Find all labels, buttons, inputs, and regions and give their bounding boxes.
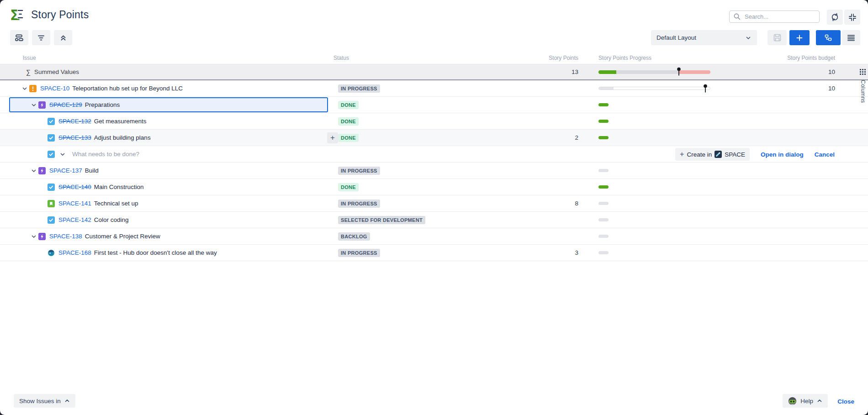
status-badge[interactable]: IN PROGRESS bbox=[338, 200, 380, 208]
search-input[interactable] bbox=[744, 13, 819, 21]
story-points-gadget: Σ Story Points bbox=[0, 0, 868, 415]
expand-chevron-icon[interactable] bbox=[29, 232, 38, 241]
progress-cell bbox=[578, 120, 712, 123]
issue-key-link[interactable]: SPACE-168 bbox=[58, 249, 91, 256]
issue-row: SPACE-138Customer & Project ReviewBACKLO… bbox=[0, 228, 868, 245]
issue-summary[interactable]: Get measurements bbox=[94, 118, 147, 125]
story-points-value[interactable]: 2 bbox=[539, 134, 578, 141]
progress-cell bbox=[578, 103, 712, 106]
budget-pin-icon[interactable] bbox=[703, 84, 708, 95]
issue-cell: SPACE-141Technical set up bbox=[8, 195, 333, 211]
show-issues-in-label: Show Issues in bbox=[19, 398, 61, 404]
expand-chevron-icon[interactable] bbox=[29, 166, 38, 175]
help-button[interactable]: Help bbox=[783, 394, 828, 408]
issue-summary[interactable]: Adjust building plans bbox=[94, 134, 151, 141]
issue-row: SPACE-133Adjust building plans+DONE2 bbox=[0, 130, 868, 146]
add-button[interactable] bbox=[789, 30, 810, 45]
status-badge[interactable]: IN PROGRESS bbox=[338, 167, 380, 175]
issue-type-epic-icon bbox=[38, 101, 46, 109]
issue-summary[interactable]: First test - Hub door doesn't close all … bbox=[94, 249, 217, 256]
progress-cell bbox=[578, 251, 712, 254]
issue-key-link[interactable]: SPACE-133 bbox=[58, 134, 91, 141]
status-badge[interactable]: DONE bbox=[338, 101, 359, 109]
status-badge[interactable]: SELECTED FOR DEVELOPMENT bbox=[338, 216, 425, 224]
show-issues-in-button[interactable]: Show Issues in bbox=[14, 394, 75, 408]
progress-cell bbox=[578, 218, 712, 221]
chevron-up-icon bbox=[817, 398, 822, 404]
layout-select-value: Default Layout bbox=[656, 34, 696, 41]
budget-pin-icon[interactable] bbox=[677, 67, 681, 78]
issue-row: SPACE-10Teleportation hub set up for Bey… bbox=[0, 80, 868, 97]
plus-icon: + bbox=[680, 150, 684, 158]
issue-key-link[interactable]: SPACE-132 bbox=[58, 118, 91, 125]
issue-key-link[interactable]: SPACE-140 bbox=[58, 184, 91, 190]
status-badge[interactable]: DONE bbox=[338, 183, 359, 191]
issue-summary[interactable]: Preparations bbox=[85, 101, 120, 108]
issue-row: SPACE-168First test - Hub door doesn't c… bbox=[0, 245, 868, 261]
issue-type-task-icon[interactable] bbox=[48, 151, 55, 158]
summed-progress-bar bbox=[598, 70, 710, 74]
column-header-issue[interactable]: Issue bbox=[8, 55, 333, 61]
inline-create-cell[interactable]: What needs to be done? bbox=[8, 146, 333, 162]
story-points-value[interactable]: 3 bbox=[539, 249, 578, 256]
expand-chevron-icon[interactable] bbox=[20, 84, 29, 93]
save-layout-button[interactable] bbox=[767, 30, 787, 45]
expand-chevron-icon[interactable] bbox=[29, 100, 38, 110]
summed-budget: 10 bbox=[712, 68, 835, 75]
group-by-button[interactable] bbox=[10, 30, 28, 45]
column-header-story-points[interactable]: Story Points bbox=[539, 55, 578, 61]
open-in-dialog-link[interactable]: Open in dialog bbox=[761, 151, 804, 158]
status-cell: IN PROGRESS bbox=[333, 167, 539, 175]
column-header-status[interactable]: Status bbox=[333, 55, 539, 61]
issue-summary[interactable]: Color coding bbox=[94, 216, 129, 223]
close-link[interactable]: Close bbox=[837, 398, 854, 405]
issue-key-link[interactable]: SPACE-10 bbox=[40, 85, 69, 92]
column-header-progress[interactable]: Story Points Progress bbox=[578, 55, 712, 61]
status-cell: SELECTED FOR DEVELOPMENT bbox=[333, 216, 539, 224]
issue-type-task-icon bbox=[48, 184, 55, 191]
issue-key-link[interactable]: SPACE-129 bbox=[49, 101, 82, 108]
column-header-budget[interactable]: Story Points budget bbox=[712, 55, 835, 61]
create-in-project-button[interactable]: +Create inSPACE bbox=[675, 148, 750, 161]
status-badge[interactable]: BACKLOG bbox=[338, 232, 370, 241]
status-badge[interactable]: DONE bbox=[338, 134, 359, 142]
chevron-down-icon bbox=[745, 35, 752, 41]
columns-panel-toggle[interactable]: Columns bbox=[859, 68, 866, 103]
view-tree-toggle[interactable] bbox=[816, 30, 841, 45]
layout-select[interactable]: Default Layout bbox=[651, 30, 757, 45]
issue-summary[interactable]: Build bbox=[85, 167, 99, 174]
issue-key-link[interactable]: SPACE-141 bbox=[58, 200, 91, 207]
issue-summary[interactable]: Main Construction bbox=[94, 184, 144, 190]
issue-key-link[interactable]: SPACE-137 bbox=[49, 167, 82, 174]
issue-summary[interactable]: Teleportation hub set up for Beyond LLC bbox=[72, 85, 183, 92]
cancel-link[interactable]: Cancel bbox=[815, 151, 835, 158]
collapse-all-button[interactable] bbox=[54, 30, 72, 45]
status-cell: DONE bbox=[333, 134, 539, 142]
issue-type-epic-icon bbox=[38, 233, 46, 240]
issue-cell: SPACE-10Teleportation hub set up for Bey… bbox=[8, 80, 333, 96]
exit-fullscreen-button[interactable] bbox=[844, 10, 860, 25]
status-badge[interactable]: IN PROGRESS bbox=[338, 84, 380, 93]
status-badge[interactable]: DONE bbox=[338, 117, 359, 126]
new-issue-summary-input[interactable]: What needs to be done? bbox=[72, 151, 139, 158]
progress-pill bbox=[598, 169, 609, 172]
issue-key-link[interactable]: SPACE-138 bbox=[49, 233, 82, 240]
hamburger-icon bbox=[847, 34, 855, 42]
status-badge[interactable]: IN PROGRESS bbox=[338, 249, 380, 257]
issue-type-epic-icon bbox=[38, 167, 46, 174]
budget-value[interactable]: 10 bbox=[712, 85, 835, 92]
progress-pill bbox=[598, 218, 609, 221]
issue-summary[interactable]: Technical set up bbox=[94, 200, 138, 207]
chevron-slot bbox=[38, 150, 48, 159]
issue-summary[interactable]: Customer & Project Review bbox=[85, 233, 160, 240]
app-header: Σ Story Points bbox=[10, 6, 89, 23]
inline-create-row: What needs to be done?+Create inSPACEOpe… bbox=[0, 146, 868, 163]
issue-type-dropdown-icon[interactable] bbox=[59, 151, 66, 158]
view-list-toggle[interactable] bbox=[842, 30, 860, 45]
filter-button[interactable] bbox=[32, 30, 50, 45]
refresh-button[interactable] bbox=[827, 10, 843, 25]
grid-icon bbox=[859, 68, 866, 75]
story-points-value[interactable]: 8 bbox=[539, 200, 578, 207]
filter-icon bbox=[37, 34, 45, 42]
issue-key-link[interactable]: SPACE-142 bbox=[58, 216, 91, 223]
